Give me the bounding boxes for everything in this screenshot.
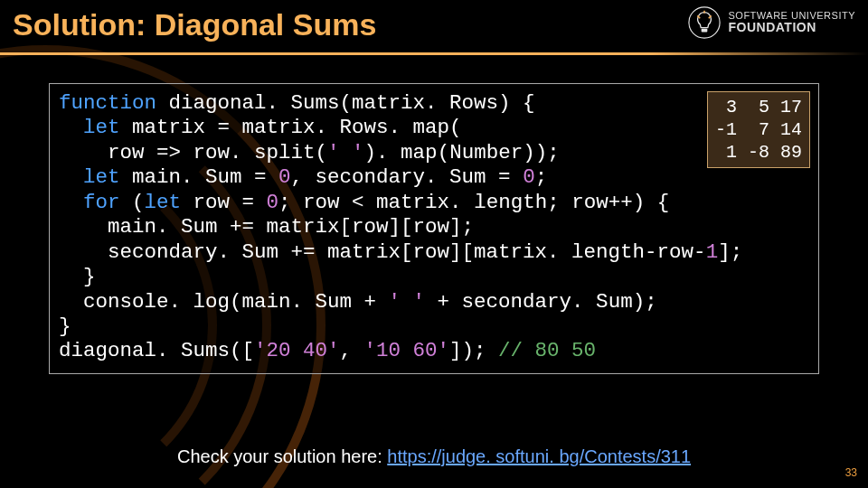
judge-link[interactable]: https://judge. softuni. bg/Contests/311 <box>387 446 691 466</box>
check-solution-line: Check your solution here: https://judge.… <box>0 446 868 467</box>
matrix-row-1: 3 5 17 <box>715 96 802 118</box>
matrix-row-3: 1 -8 89 <box>715 141 802 164</box>
title-underline <box>0 52 868 55</box>
svg-rect-1 <box>701 29 707 33</box>
slide-number: 33 <box>845 466 857 479</box>
lightbulb-icon <box>687 5 722 40</box>
matrix-row-2: -1 7 14 <box>715 118 802 141</box>
check-prefix: Check your solution here: <box>177 446 387 466</box>
logo-line2: FOUNDATION <box>729 21 856 34</box>
slide-title: Solution: Diagonal Sums <box>13 7 376 42</box>
softuni-logo: SOFTWARE UNIVERSITY FOUNDATION <box>687 5 856 40</box>
code-block: function diagonal. Sums(matrix. Rows) { … <box>49 83 819 374</box>
logo-text: SOFTWARE UNIVERSITY FOUNDATION <box>729 11 856 34</box>
example-matrix: 3 5 17 -1 7 14 1 -8 89 <box>707 91 810 168</box>
code-text: function diagonal. Sums(matrix. Rows) { … <box>59 91 809 364</box>
